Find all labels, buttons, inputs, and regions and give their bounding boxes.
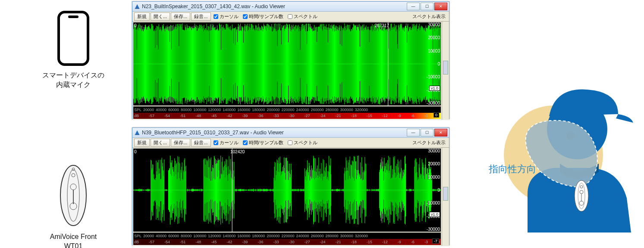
tick-label: 200000 <box>266 234 280 238</box>
tick-label: -30 <box>289 114 294 118</box>
tick-label: -18 <box>351 240 357 244</box>
tick-label: 120000 <box>207 108 222 112</box>
waveform-panel[interactable]: 0 267317 3000020000100000-10000-20000-30… <box>133 22 441 105</box>
app-icon <box>134 130 140 136</box>
tick-label: 280000 <box>325 234 339 238</box>
tick-label: 200000 <box>266 108 280 112</box>
tick-label: 300000 <box>339 234 354 238</box>
tick-label: 240000 <box>295 108 310 112</box>
new-button[interactable]: 新規 <box>134 12 150 21</box>
tick-label: 80000 <box>180 108 192 112</box>
spectrum-checkbox-input[interactable] <box>288 140 292 145</box>
open-button[interactable]: 開く... <box>151 139 170 147</box>
vertical-scrollbar[interactable] <box>442 148 449 246</box>
tick-label: 80000 <box>180 234 192 238</box>
cursor-checkbox[interactable]: カーソル <box>212 140 240 146</box>
save-button[interactable]: 保存... <box>171 139 190 147</box>
waveform-panel[interactable]: 0 102420 3000020000100000-10000-20000-30… <box>133 149 441 232</box>
caption-line: 内蔵マイク <box>56 81 91 88</box>
tick-label: 180000 <box>251 108 266 112</box>
window-title: N23_BuiltInSpeaker_2015_0307_1430_42.wav… <box>142 3 285 9</box>
tick-label: -39 <box>242 114 248 118</box>
tick-label: -42 <box>226 240 232 244</box>
tick-label: -48 <box>195 240 201 244</box>
db-readout: 0 <box>434 112 439 118</box>
cursor-checkbox-label: カーソル <box>220 13 239 20</box>
time-checkbox-label: 時間/サンプル数 <box>249 140 283 146</box>
save-button[interactable]: 保存... <box>171 12 190 21</box>
minimize-button[interactable]: — <box>407 3 420 10</box>
window-title: N39_BluetoothHFP_2015_0310_2033_27.wav -… <box>142 130 284 136</box>
tick-label: 320000 <box>354 108 369 112</box>
spectrum-checkbox[interactable]: スペクトル <box>286 140 319 146</box>
tick-label: -21 <box>336 114 341 118</box>
time-checkbox-input[interactable] <box>243 140 248 145</box>
tick-label: 120000 <box>207 234 222 238</box>
tick-label: -33 <box>273 114 279 118</box>
new-button[interactable]: 新規 <box>134 139 150 147</box>
tick-label: -39 <box>242 240 248 244</box>
tick-label: -3 <box>424 240 428 244</box>
smartphone-icon <box>56 10 91 66</box>
toolbar: 新規 開く... 保存... 録音... カーソル 時間/サンプル数 スペクトル… <box>132 138 449 148</box>
tick-label: 300000 <box>339 108 354 112</box>
spectrum-display-label: スペクトル表示 <box>412 140 447 146</box>
tick-label: 160000 <box>236 234 251 238</box>
titlebar[interactable]: N39_BluetoothHFP_2015_0310_2033_27.wav -… <box>132 128 449 138</box>
tick-label: dB <box>134 114 139 118</box>
titlebar[interactable]: N23_BuiltInSpeaker_2015_0307_1430_42.wav… <box>132 2 449 12</box>
time-checkbox-input[interactable] <box>243 14 248 19</box>
x-axis-ruler: SPL2000040000600008000010000012000014000… <box>133 106 441 113</box>
tick-label: -33 <box>273 240 279 244</box>
tick-label: 60000 <box>167 234 180 238</box>
caption-line: スマートデバイスの <box>42 71 104 79</box>
version-badge: v1.0 <box>429 212 440 217</box>
db-meter: dB-57-54-51-48-45-42-39-36-33-30-27-24-2… <box>133 113 441 119</box>
tick-label: -36 <box>258 240 263 244</box>
tick-label: SPL <box>133 108 142 112</box>
tick-label: -3 <box>424 114 428 118</box>
db-readout: -7 <box>432 239 439 244</box>
open-button[interactable]: 開く... <box>151 12 170 21</box>
spectrum-checkbox[interactable]: スペクトル <box>286 13 319 20</box>
db-ticks: dB-57-54-51-48-45-42-39-36-33-30-27-24-2… <box>133 113 441 119</box>
scrollbar-thumb[interactable] <box>443 61 448 74</box>
device-smart-caption: スマートデバイスの 内蔵マイク <box>42 71 104 90</box>
direction-label: 指向性方向 <box>489 164 536 174</box>
record-button[interactable]: 録音... <box>191 139 210 147</box>
tick-label: -6 <box>411 240 415 244</box>
minimize-button[interactable]: — <box>407 129 420 136</box>
tick-label: -51 <box>180 240 185 244</box>
caption-line: WT01 <box>64 242 83 248</box>
window-content: 0 102420 3000020000100000-10000-20000-30… <box>132 148 449 246</box>
time-checkbox[interactable]: 時間/サンプル数 <box>241 13 285 20</box>
version-badge: v1.0 <box>429 86 440 91</box>
time-checkbox-label: 時間/サンプル数 <box>249 13 283 20</box>
tick-label: 240000 <box>295 234 310 238</box>
tick-label: 20000 <box>142 234 155 238</box>
tick-label: 280000 <box>325 108 339 112</box>
close-button[interactable]: ✕ <box>434 129 447 136</box>
audio-viewer-window-top: N23_BuiltInSpeaker_2015_0307_1430_42.wav… <box>132 1 449 119</box>
app-icon <box>134 3 140 9</box>
vertical-scrollbar[interactable] <box>442 22 449 120</box>
tick-label: 260000 <box>310 234 325 238</box>
time-checkbox[interactable]: 時間/サンプル数 <box>241 140 285 146</box>
spectrum-checkbox-input[interactable] <box>288 14 292 19</box>
scrollbar-thumb[interactable] <box>443 187 448 201</box>
tick-label: 40000 <box>155 234 167 238</box>
tick-label: 320000 <box>354 234 369 238</box>
svg-rect-714 <box>135 134 140 135</box>
tick-label: 180000 <box>251 234 266 238</box>
tick-label: -15 <box>367 240 372 244</box>
close-button[interactable]: ✕ <box>434 3 447 10</box>
cursor-checkbox[interactable]: カーソル <box>212 13 240 20</box>
tick-label: -45 <box>211 240 217 244</box>
cursor-checkbox-input[interactable] <box>214 14 218 19</box>
maximize-button[interactable]: ☐ <box>421 3 434 10</box>
tick-label: 60000 <box>167 108 180 112</box>
tick-label: -24 <box>320 114 326 118</box>
record-button[interactable]: 録音... <box>191 12 210 21</box>
cursor-checkbox-input[interactable] <box>214 140 218 145</box>
maximize-button[interactable]: ☐ <box>421 129 434 136</box>
